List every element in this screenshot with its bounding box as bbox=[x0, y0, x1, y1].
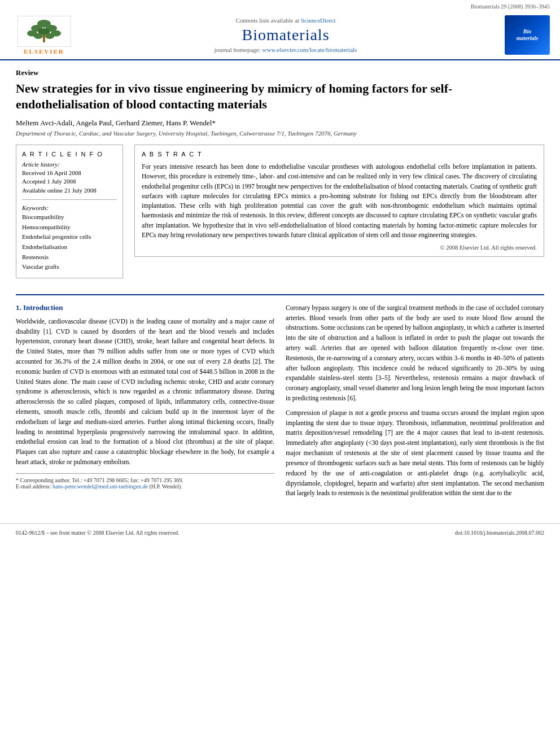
issn-line: 0142-9612/$ – see front matter © 2008 El… bbox=[16, 530, 179, 536]
journal-title: Biomaterials bbox=[78, 26, 493, 44]
article-info-column: A R T I C L E I N F O Article history: R… bbox=[16, 145, 123, 285]
keywords-list: Biocompatibility Hemocompatibility Endot… bbox=[22, 212, 117, 272]
article-content: Review New strategies for in vivo tissue… bbox=[0, 60, 560, 514]
doi-line: doi:10.1016/j.biomaterials.2008.07.002 bbox=[455, 530, 544, 536]
keyword-2: Hemocompatibility bbox=[22, 222, 117, 233]
section-1-title: Introduction bbox=[23, 303, 63, 312]
email-label: E-mail address: bbox=[16, 483, 53, 490]
sd-prefix: Contents lists available at bbox=[235, 17, 300, 24]
biomaterials-logo: Bio materials bbox=[505, 15, 550, 55]
keyword-6: Vascular grafts bbox=[22, 262, 117, 272]
keywords-label: Keywords: bbox=[22, 204, 117, 211]
abstract-box: A B S T R A C T For years intensive rese… bbox=[134, 145, 544, 257]
page: Biomaterials 29 (2008) 3936–3945 ELSEVIE… bbox=[0, 0, 560, 747]
email-line: E-mail address: hans-peter.wendel@med.un… bbox=[16, 483, 274, 490]
keyword-1: Biocompatibility bbox=[22, 212, 117, 222]
body-right-col: Coronary bypass surgery is one of the su… bbox=[286, 303, 544, 503]
svg-rect-6 bbox=[43, 35, 45, 42]
body-left-para-1: Worldwide, cardiovascular disease (CVD) … bbox=[16, 317, 274, 468]
elsevier-tree-icon bbox=[24, 19, 64, 43]
email-suffix: (H.P. Wendel). bbox=[149, 483, 182, 490]
received-date: Received 16 April 2008 bbox=[22, 169, 117, 177]
body-right-para-2: Compression of plaque is not a gentle pr… bbox=[286, 408, 544, 499]
info-divider bbox=[22, 199, 117, 200]
body-left-col: 1. Introduction Worldwide, cardiovascula… bbox=[16, 303, 274, 503]
elsevier-logo-box bbox=[18, 16, 71, 47]
sciencedirect-link[interactable]: ScienceDirect bbox=[301, 17, 336, 24]
abstract-column: A B S T R A C T For years intensive rese… bbox=[134, 145, 544, 285]
corresponding-author-note: * Corresponding author. Tel.: +49 7071 2… bbox=[16, 477, 274, 483]
svg-point-7 bbox=[34, 33, 43, 39]
footnote-area: * Corresponding author. Tel.: +49 7071 2… bbox=[16, 473, 274, 490]
body-right-para-1: Coronary bypass surgery is one of the su… bbox=[286, 303, 544, 404]
journal-citation: Biomaterials 29 (2008) 3936–3945 bbox=[0, 0, 560, 11]
email-address[interactable]: hans-peter.wendel@med.uni-tuebingen.de bbox=[53, 483, 148, 490]
history-label: Article history: bbox=[22, 161, 117, 168]
bottom-bar: 0142-9612/$ – see front matter © 2008 El… bbox=[0, 523, 560, 543]
homepage-prefix: journal homepage: bbox=[215, 46, 262, 53]
available-date: Available online 21 July 2008 bbox=[22, 186, 117, 195]
keywords-section: Keywords: Biocompatibility Hemocompatibi… bbox=[22, 204, 117, 272]
article-title: New strategies for in vivo tissue engine… bbox=[16, 81, 544, 112]
article-type-label: Review bbox=[16, 68, 544, 77]
publisher-logo: ELSEVIER bbox=[10, 16, 78, 55]
keyword-3: Endothelial progenitor cells bbox=[22, 232, 117, 242]
keyword-5: Restenosis bbox=[22, 252, 117, 263]
abstract-title: A B S T R A C T bbox=[142, 151, 537, 158]
article-info-box: A R T I C L E I N F O Article history: R… bbox=[16, 145, 123, 278]
biomaterials-logo-text: Bio materials bbox=[517, 28, 538, 42]
authors-text: Meltem Avci-Adali, Angela Paul, Gerhard … bbox=[16, 119, 216, 127]
abstract-text: For years intensive research has been do… bbox=[142, 162, 537, 240]
authors-line: Meltem Avci-Adali, Angela Paul, Gerhard … bbox=[16, 119, 544, 128]
journal-header: ELSEVIER Contents lists available at Sci… bbox=[0, 11, 560, 60]
svg-point-8 bbox=[45, 33, 54, 39]
homepage-url[interactable]: www.elsevier.com/locate/biomaterials bbox=[262, 46, 357, 53]
section-1-number: 1. bbox=[16, 303, 21, 312]
accepted-date: Accepted 1 July 2008 bbox=[22, 177, 117, 186]
body-section: 1. Introduction Worldwide, cardiovascula… bbox=[16, 303, 544, 503]
elsevier-wordmark: ELSEVIER bbox=[24, 48, 64, 55]
journal-logo-right: Bio materials bbox=[493, 15, 550, 55]
journal-homepage: journal homepage: www.elsevier.com/locat… bbox=[78, 46, 493, 53]
article-info-title: A R T I C L E I N F O bbox=[22, 151, 117, 158]
journal-center: Contents lists available at ScienceDirec… bbox=[78, 17, 493, 53]
body-divider bbox=[16, 294, 544, 295]
section-1-heading: 1. Introduction bbox=[16, 303, 274, 312]
sciencedirect-line: Contents lists available at ScienceDirec… bbox=[78, 17, 493, 24]
affiliation: Department of Thoracic, Cardiac, and Vas… bbox=[16, 130, 544, 137]
keyword-4: Endothelialisation bbox=[22, 242, 117, 252]
citation-text: Biomaterials 29 (2008) 3936–3945 bbox=[471, 3, 550, 10]
info-abstract-section: A R T I C L E I N F O Article history: R… bbox=[16, 145, 544, 285]
copyright-line: © 2008 Elsevier Ltd. All rights reserved… bbox=[142, 244, 537, 251]
